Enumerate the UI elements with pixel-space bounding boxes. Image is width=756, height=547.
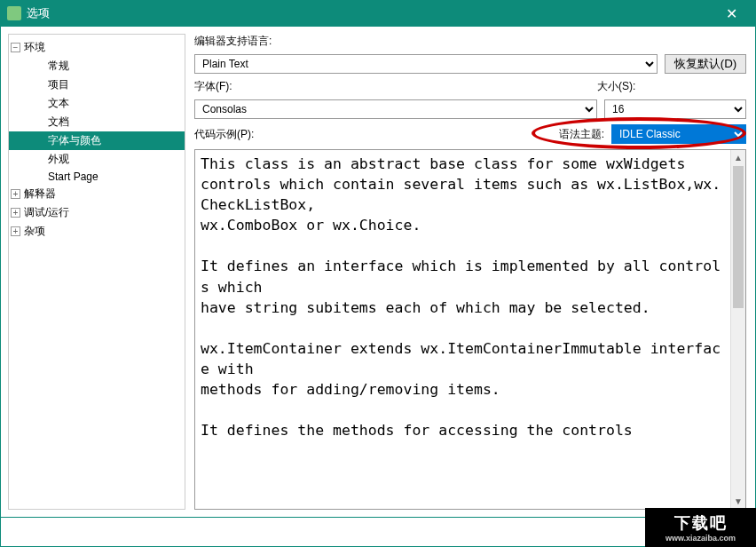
titlebar: 选项 ✕ — [0, 0, 756, 27]
sample-label: 代码示例(P): — [194, 127, 254, 142]
expand-icon[interactable]: + — [11, 208, 20, 218]
code-sample-box[interactable]: This class is an abstract base class for… — [194, 149, 746, 510]
watermark-text: 下载吧 — [674, 512, 728, 534]
font-label: 字体(F): — [194, 80, 232, 92]
expand-icon[interactable]: + — [11, 189, 20, 199]
restore-defaults-button[interactable]: 恢复默认(D) — [665, 54, 746, 74]
tree-general[interactable]: 常规 — [9, 57, 185, 75]
window-title: 选项 — [27, 5, 713, 21]
syntax-theme-select[interactable]: IDLE Classic — [611, 124, 746, 144]
tree-fonts-colors[interactable]: 字体与颜色 — [9, 131, 185, 150]
size-label: 大小(S): — [597, 80, 635, 92]
scroll-down-icon[interactable]: ▼ — [731, 494, 745, 509]
watermark: 下载吧 www.xiazaiba.com — [645, 508, 756, 547]
close-button[interactable]: ✕ — [713, 0, 749, 27]
scrollbar[interactable]: ▲ ▼ — [730, 150, 745, 509]
theme-label: 语法主题: — [559, 127, 604, 142]
tree-document[interactable]: 文档 — [9, 113, 185, 131]
watermark-url: www.xiazaiba.com — [665, 534, 736, 543]
scroll-thumb[interactable] — [733, 166, 744, 308]
tree-debug[interactable]: +调试/运行 — [9, 203, 185, 222]
tree-environment[interactable]: −环境 — [9, 38, 185, 57]
app-icon — [7, 6, 21, 20]
close-icon: ✕ — [726, 5, 737, 22]
dialog-footer: 确定 — [0, 518, 756, 547]
expand-icon[interactable]: + — [11, 226, 20, 236]
size-select[interactable]: 16 — [604, 99, 746, 119]
tree-appearance[interactable]: 外观 — [9, 150, 185, 169]
tree-project[interactable]: 项目 — [9, 75, 185, 94]
tree-misc[interactable]: +杂项 — [9, 222, 185, 241]
tree-interpreter[interactable]: +解释器 — [9, 185, 185, 203]
settings-panel: 编辑器支持语言: Plain Text 恢复默认(D) 字体(F): 大小(S)… — [185, 27, 755, 517]
category-tree[interactable]: −环境 常规 项目 文本 文档 字体与颜色 外观 Start Page +解释器… — [8, 34, 185, 510]
editor-language-select[interactable]: Plain Text — [194, 54, 658, 74]
font-select[interactable]: Consolas — [194, 99, 597, 119]
scroll-up-icon[interactable]: ▲ — [731, 150, 745, 165]
collapse-icon[interactable]: − — [11, 43, 20, 52]
tree-text[interactable]: 文本 — [9, 94, 185, 113]
editor-lang-label: 编辑器支持语言: — [194, 34, 746, 49]
tree-startpage[interactable]: Start Page — [9, 169, 185, 185]
